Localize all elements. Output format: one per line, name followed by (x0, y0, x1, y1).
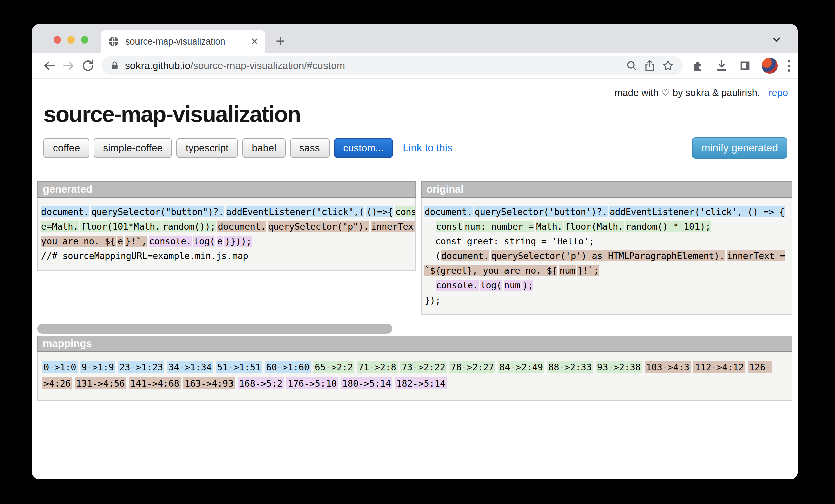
reload-button[interactable] (78, 56, 98, 75)
mapping-chip[interactable]: 88->2:33 (547, 361, 593, 373)
menu-kebab-icon[interactable] (788, 60, 790, 72)
code-token[interactable]: querySelector("button")?. (91, 206, 224, 217)
code-token[interactable]: console. (148, 236, 192, 247)
mapping-chip[interactable]: 103->4:3 (645, 361, 691, 373)
mapping-chip[interactable]: 78->2:27 (449, 361, 495, 373)
share-icon[interactable] (643, 59, 656, 72)
mapping-chip[interactable]: 73->2:22 (401, 361, 447, 373)
code-token[interactable]: document. (41, 206, 89, 217)
original-code: document.querySelector('button')?.addEve… (421, 198, 792, 315)
example-buttons: coffeesimple-coffeetypescriptbabelsasscu… (43, 138, 393, 158)
code-token[interactable]: document. (424, 206, 473, 217)
mapping-chip[interactable]: 163->4:93 (183, 378, 235, 389)
minimize-window-button[interactable] (67, 36, 75, 43)
code-token[interactable]: ()=>{ (366, 206, 393, 217)
example-button-sass[interactable]: sass (290, 138, 329, 158)
mapping-chip[interactable]: 23->1:23 (118, 361, 164, 373)
side-panel-icon[interactable] (738, 59, 752, 72)
code-token[interactable]: you are no. ${ (41, 236, 116, 247)
download-icon[interactable] (715, 59, 728, 72)
tab-close-icon[interactable]: × (251, 36, 258, 47)
tab-search-chevron-icon[interactable] (770, 33, 783, 46)
code-token[interactable]: Math. (535, 221, 563, 232)
search-icon[interactable] (625, 59, 638, 72)
example-button-custom[interactable]: custom... (334, 138, 393, 158)
code-line: you are no. ${e}!`,console.log(e)})); (41, 234, 413, 249)
code-token[interactable]: random()); (162, 221, 216, 232)
mapping-chip[interactable]: 84->2:49 (498, 361, 544, 373)
code-token[interactable]: document. (441, 250, 489, 261)
tab-title: source-map-visualization (125, 37, 245, 47)
close-window-button[interactable] (54, 36, 61, 43)
mapping-chip[interactable]: 112->4:12 (693, 361, 745, 373)
example-button-simple-coffee[interactable]: simple-coffee (94, 138, 172, 158)
mapping-chip[interactable]: 141->4:68 (129, 378, 181, 389)
code-token[interactable]: querySelector('p') as HTMLParagraphEleme… (491, 250, 725, 261)
code-token[interactable]: ); (522, 280, 534, 291)
mapping-chip[interactable]: 0->1:0 (42, 361, 78, 373)
code-token[interactable]: }!`; (577, 265, 599, 276)
code-token[interactable]: floor(101*Math. (80, 221, 161, 232)
code-token[interactable]: log( (194, 236, 215, 247)
code-token[interactable]: )})); (224, 236, 251, 247)
code-token[interactable]: e (217, 236, 223, 247)
code-token[interactable]: e (117, 236, 123, 247)
code-token: }); (424, 295, 441, 305)
mapping-chip[interactable]: 93->2:38 (596, 361, 642, 373)
code-token[interactable]: document. (218, 221, 266, 232)
bookmark-star-icon[interactable] (661, 59, 675, 72)
code-token[interactable]: addEventListener("click",( (226, 206, 364, 217)
code-token[interactable]: querySelector('button')?. (474, 206, 608, 217)
code-token[interactable]: innerText = (727, 250, 786, 261)
code-token[interactable]: const (435, 221, 463, 232)
extensions-puzzle-icon[interactable] (691, 59, 705, 72)
code-token[interactable]: }!`, (125, 236, 147, 247)
mapping-chip[interactable]: 180->5:14 (341, 378, 392, 389)
code-token[interactable]: num (559, 265, 576, 276)
browser-tab[interactable]: source-map-visualization × (101, 30, 265, 53)
url-bar[interactable]: sokra.github.io/source-map-visualization… (102, 56, 683, 75)
code-token[interactable]: e=Math. (41, 221, 79, 232)
code-token[interactable]: console. (435, 280, 479, 291)
mapping-chip[interactable]: 182->5:14 (395, 378, 447, 389)
zoom-window-button[interactable] (81, 36, 88, 43)
example-button-coffee[interactable]: coffee (43, 138, 89, 158)
mapping-chip[interactable]: >4:26 (42, 378, 72, 389)
link-to-this[interactable]: Link to this (403, 142, 452, 154)
code-token[interactable]: addEventListener('click', () => { (609, 206, 785, 217)
page-content: made with ♡ by sokra & paulirish.repo so… (32, 79, 797, 479)
code-token[interactable]: num: number = (464, 221, 534, 232)
code-line: }); (424, 293, 789, 307)
mapping-chip[interactable]: 9->1:9 (80, 361, 116, 373)
mapping-chip[interactable]: 176->5:10 (286, 378, 338, 389)
mapping-chip[interactable]: 131->4:56 (75, 378, 126, 389)
code-token[interactable]: random() * 101); (625, 221, 711, 232)
code-token[interactable]: `${greet}, you are no. ${ (424, 265, 557, 276)
code-token[interactable]: querySelector("p"). (268, 221, 369, 232)
mapping-chip[interactable]: 126- (748, 361, 772, 373)
credit-line: made with ♡ by sokra & paulirish.repo (38, 79, 792, 98)
forward-button[interactable] (59, 56, 78, 75)
example-row: coffeesimple-coffeetypescriptbabelsasscu… (43, 137, 792, 159)
example-button-typescript[interactable]: typescript (176, 138, 238, 158)
code-token[interactable]: innerText=`He (371, 221, 416, 232)
repo-link[interactable]: repo (769, 87, 788, 98)
horizontal-scrollbar-thumb[interactable] (38, 324, 392, 334)
mapping-chip[interactable]: 168->5:2 (238, 378, 284, 389)
new-tab-button[interactable]: + (276, 32, 285, 50)
lock-icon[interactable] (110, 61, 120, 70)
example-button-babel[interactable]: babel (242, 138, 285, 158)
mapping-chip[interactable]: 51->1:51 (216, 361, 262, 373)
back-button[interactable] (39, 56, 59, 75)
mapping-chip[interactable]: 60->1:60 (265, 361, 311, 373)
globe-favicon-icon (108, 36, 119, 47)
code-token[interactable]: log( (481, 280, 502, 291)
code-token[interactable]: floor(Math. (564, 221, 623, 232)
code-token[interactable]: const (395, 206, 416, 217)
mapping-chip[interactable]: 65->2:2 (313, 361, 354, 373)
minify-generated-button[interactable]: minify generated (692, 137, 788, 159)
mapping-chip[interactable]: 34->1:34 (167, 361, 213, 373)
mapping-chip[interactable]: 71->2:8 (357, 361, 398, 373)
profile-avatar[interactable] (762, 58, 778, 74)
code-token[interactable]: num (504, 280, 521, 291)
